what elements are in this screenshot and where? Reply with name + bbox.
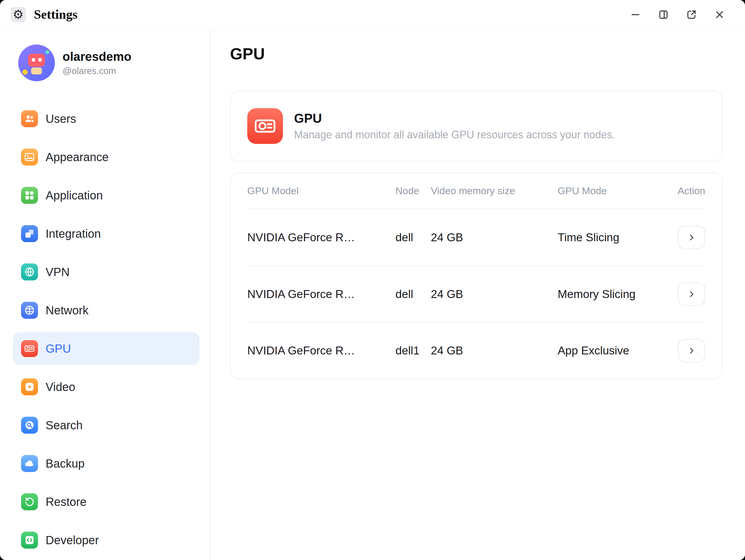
profile-text: olaresdemo @olares.com xyxy=(63,50,132,76)
sidebar-item-label: Search xyxy=(45,419,83,432)
chevron-right-icon xyxy=(687,233,696,242)
sidebar-item-label: Video xyxy=(45,380,75,394)
gpu-info-card: GPU Manage and monitor all available GPU… xyxy=(230,91,722,161)
col-header-action: Action xyxy=(673,185,705,196)
sidebar-item-search[interactable]: Search xyxy=(13,409,199,442)
avatar xyxy=(18,44,55,81)
main-panel: GPU GPU Manage and monitor all available… xyxy=(210,29,745,560)
sidebar-item-restore[interactable]: Restore xyxy=(13,486,199,518)
sidebar-item-label: Users xyxy=(45,112,76,125)
cell-gpu-mode: Time Slicing xyxy=(558,231,673,244)
sidebar-item-gpu[interactable]: GPU xyxy=(13,332,199,365)
sidebar-item-label: Restore xyxy=(45,495,87,508)
backup-icon xyxy=(21,455,38,472)
sidebar-item-label: Developer xyxy=(45,534,99,547)
sidebar-item-vpn[interactable]: VPN xyxy=(13,256,199,288)
table-row: NVIDIA GeForce R… dell1 24 GB App Exclus… xyxy=(247,322,705,378)
cell-memory: 24 GB xyxy=(431,231,558,244)
sidebar-item-backup[interactable]: Backup xyxy=(13,447,199,480)
application-icon xyxy=(21,187,38,204)
sidebar-item-label: Integration xyxy=(45,227,101,240)
sidebar-item-label: Appearance xyxy=(45,151,109,164)
col-header-gpu-model: GPU Model xyxy=(247,185,395,196)
content-area: olaresdemo @olares.com Users Appearance xyxy=(0,29,745,560)
table-header: GPU Model Node Video memory size GPU Mod… xyxy=(247,173,705,209)
col-header-gpu-mode: GPU Mode xyxy=(558,185,673,196)
popout-button[interactable] xyxy=(685,8,698,21)
settings-window: ⚙ Settings xyxy=(0,0,745,560)
maximize-icon xyxy=(658,9,669,21)
sidebar-item-label: Application xyxy=(45,189,103,202)
sidebar-item-label: Backup xyxy=(45,457,85,470)
cell-gpu-model: NVIDIA GeForce R… xyxy=(247,231,395,244)
cell-gpu-mode: App Exclusive xyxy=(558,344,673,357)
restore-icon xyxy=(21,493,38,510)
open-external-icon xyxy=(686,9,698,21)
cell-gpu-model: NVIDIA GeForce R… xyxy=(247,344,395,357)
table-row: NVIDIA GeForce R… dell 24 GB Memory Slic… xyxy=(247,266,705,322)
gpu-card-icon xyxy=(247,108,283,144)
cell-node: dell xyxy=(395,288,431,301)
appearance-icon xyxy=(21,149,38,165)
app-title: Settings xyxy=(34,7,77,22)
col-header-node: Node xyxy=(395,185,431,196)
user-name: olaresdemo xyxy=(63,50,132,64)
maximize-button[interactable] xyxy=(657,8,670,21)
minimize-icon xyxy=(629,9,641,21)
card-subtitle: Manage and monitor all available GPU res… xyxy=(294,129,615,141)
sidebar-item-users[interactable]: Users xyxy=(13,102,199,135)
sidebar-item-application[interactable]: Application xyxy=(13,179,199,212)
close-icon xyxy=(714,9,725,21)
window-controls xyxy=(629,8,726,21)
chevron-right-icon xyxy=(687,290,696,299)
user-profile: olaresdemo @olares.com xyxy=(0,44,210,81)
cell-node: dell1 xyxy=(395,344,431,357)
cell-gpu-model: NVIDIA GeForce R… xyxy=(247,288,395,301)
sidebar-item-appearance[interactable]: Appearance xyxy=(13,141,199,174)
network-icon xyxy=(21,302,38,319)
info-card-text: GPU Manage and monitor all available GPU… xyxy=(294,111,615,141)
sidebar-item-label: VPN xyxy=(45,266,70,279)
sidebar-menu: Users Appearance Application xyxy=(0,102,210,557)
search-icon xyxy=(21,417,38,434)
vpn-icon xyxy=(21,263,38,280)
user-handle: @olares.com xyxy=(63,66,132,76)
page-title: GPU xyxy=(230,44,722,63)
row-detail-button[interactable] xyxy=(678,282,705,306)
developer-icon xyxy=(21,532,38,549)
card-title: GPU xyxy=(294,111,615,126)
sidebar-item-label: GPU xyxy=(45,342,71,355)
col-header-video-memory: Video memory size xyxy=(431,185,558,196)
cell-node: dell xyxy=(395,231,431,244)
integration-icon xyxy=(21,225,38,242)
sidebar: olaresdemo @olares.com Users Appearance xyxy=(0,29,210,560)
gpu-icon xyxy=(21,340,38,357)
minimize-button[interactable] xyxy=(629,8,642,21)
users-icon xyxy=(21,110,38,127)
chevron-right-icon xyxy=(687,346,696,355)
cell-memory: 24 GB xyxy=(431,344,558,357)
row-detail-button[interactable] xyxy=(678,226,705,249)
cell-gpu-mode: Memory Slicing xyxy=(558,288,673,301)
gear-icon: ⚙ xyxy=(10,7,26,22)
sidebar-item-integration[interactable]: Integration xyxy=(13,217,199,250)
row-detail-button[interactable] xyxy=(678,339,705,362)
video-icon xyxy=(21,378,38,395)
sidebar-item-developer[interactable]: Developer xyxy=(13,524,199,557)
table-row: NVIDIA GeForce R… dell 24 GB Time Slicin… xyxy=(247,209,705,266)
sidebar-item-network[interactable]: Network xyxy=(13,294,199,326)
sidebar-item-label: Network xyxy=(45,304,89,317)
gpu-table: GPU Model Node Video memory size GPU Mod… xyxy=(230,173,722,379)
cell-memory: 24 GB xyxy=(431,288,558,301)
close-button[interactable] xyxy=(713,8,726,21)
sidebar-item-video[interactable]: Video xyxy=(13,371,199,403)
titlebar: ⚙ Settings xyxy=(0,0,745,29)
